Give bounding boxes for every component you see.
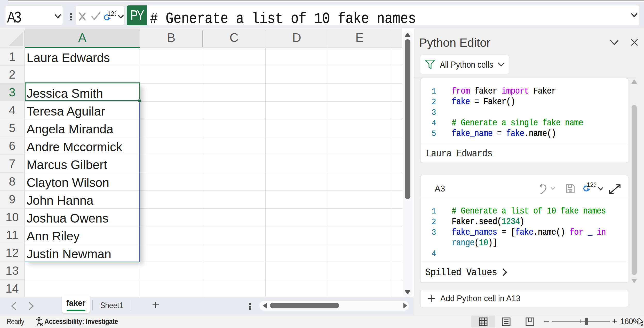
svg-text:123: 123 [107, 10, 116, 17]
svg-text:123: 123 [587, 181, 595, 188]
